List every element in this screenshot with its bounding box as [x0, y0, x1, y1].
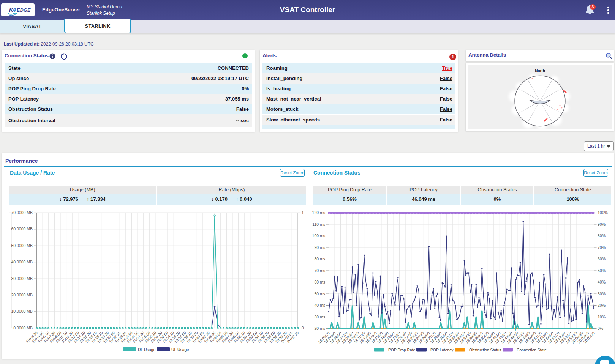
svg-text:120 ms: 120 ms — [312, 210, 325, 215]
svg-text:UL Usage: UL Usage — [171, 347, 189, 352]
svg-text:10.0000 MB: 10.0000 MB — [11, 309, 33, 314]
svg-text:30 ms: 30 ms — [314, 315, 325, 319]
svg-text:20 ms: 20 ms — [314, 326, 325, 331]
svg-text:30.0000 MB: 30.0000 MB — [11, 276, 33, 281]
svg-text:50%: 50% — [598, 268, 606, 273]
svg-text:Obstruction Status: Obstruction Status — [469, 348, 501, 352]
svg-text:50.0000 MB: 50.0000 MB — [11, 243, 33, 248]
svg-text:10%: 10% — [598, 315, 606, 319]
svg-text:60 ms: 60 ms — [314, 280, 325, 284]
svg-text:90 ms: 90 ms — [314, 245, 325, 250]
svg-text:100 ms: 100 ms — [312, 233, 325, 238]
svg-text:70.0000 MB: 70.0000 MB — [11, 210, 33, 215]
svg-text:0: 0 — [302, 326, 304, 330]
svg-text:Connection State: Connection State — [517, 348, 547, 352]
svg-text:40.0000 MB: 40.0000 MB — [11, 260, 33, 264]
svg-text:80 ms: 80 ms — [314, 257, 325, 261]
svg-text:90%: 90% — [598, 222, 606, 227]
svg-text:POP Drop Rate: POP Drop Rate — [388, 348, 416, 352]
svg-text:40%: 40% — [598, 280, 606, 284]
svg-text:80%: 80% — [598, 233, 606, 238]
svg-text:POP Latency: POP Latency — [430, 348, 454, 352]
svg-text:40 ms: 40 ms — [314, 303, 325, 307]
svg-text:110 ms: 110 ms — [312, 222, 325, 227]
svg-text:1: 1 — [302, 210, 304, 215]
svg-text:50 ms: 50 ms — [314, 292, 325, 296]
svg-text:0%: 0% — [598, 326, 603, 331]
svg-text:DL Usage: DL Usage — [138, 347, 155, 352]
svg-text:20%: 20% — [598, 303, 606, 307]
svg-text:20.0000 MB: 20.0000 MB — [11, 293, 33, 297]
svg-text:100%: 100% — [598, 210, 608, 215]
svg-text:70 ms: 70 ms — [314, 268, 325, 273]
svg-text:60.0000 MB: 60.0000 MB — [11, 227, 33, 231]
svg-text:60%: 60% — [598, 257, 606, 261]
svg-text:70%: 70% — [598, 245, 606, 250]
svg-text:0.0000 MB: 0.0000 MB — [13, 326, 33, 330]
svg-text:North: North — [535, 69, 545, 73]
svg-text:30%: 30% — [598, 292, 606, 296]
